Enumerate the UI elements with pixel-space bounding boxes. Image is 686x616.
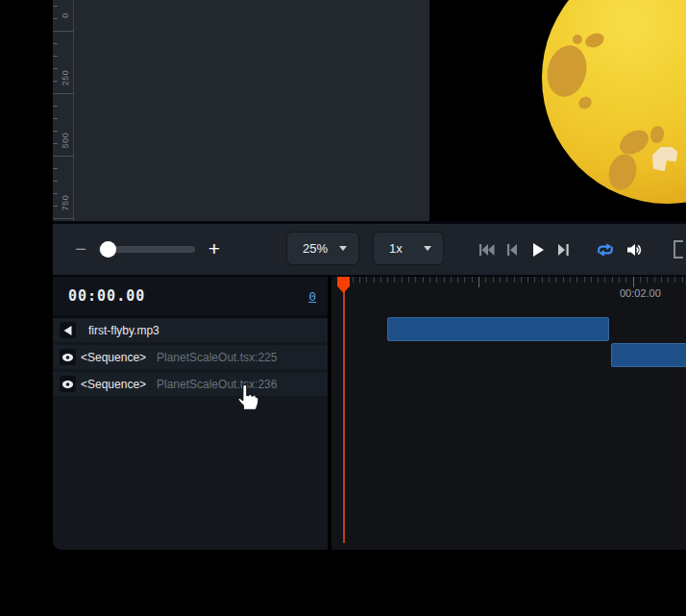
ruler-major-line: [53, 218, 73, 219]
previous-frame-icon: [506, 243, 518, 257]
timeline-minor-tick: [598, 277, 599, 283]
zoom-in-button[interactable]: +: [203, 236, 226, 261]
timeline-minor-tick: [506, 277, 507, 283]
timeline-minor-tick: [394, 277, 395, 283]
zoom-level-select[interactable]: 25%: [286, 232, 359, 265]
hand-pointer-cursor: [235, 383, 259, 411]
timeline-minor-tick: [514, 277, 515, 283]
timeline-lanes[interactable]: 00:02.00: [331, 277, 686, 550]
timeline-minor-tick: [521, 277, 522, 283]
ruler-minor-tick: [53, 106, 58, 107]
timeline-minor-tick: [408, 277, 409, 283]
preview-canvas: 0250500750: [53, 0, 686, 221]
timeline-minor-tick: [654, 277, 655, 283]
playhead-line: [343, 277, 345, 543]
timeline-minor-tick: [493, 277, 494, 283]
remotion-studio-window: 0250500750: [53, 0, 686, 550]
timeline-header: 00:00.00 0: [53, 277, 328, 315]
timeline-minor-tick: [619, 277, 620, 283]
timeline-minor-tick: [591, 277, 592, 283]
zoom-out-button[interactable]: −: [70, 237, 91, 260]
ruler-major-line: [53, 93, 73, 94]
next-frame-button[interactable]: [556, 224, 571, 275]
skip-to-start-icon: [478, 243, 495, 257]
timeline-minor-tick: [423, 277, 424, 283]
skip-to-start-button[interactable]: [477, 224, 496, 275]
planet-image: [429, 0, 686, 221]
timeline-minor-tick: [444, 277, 445, 283]
play-button[interactable]: [530, 224, 546, 275]
timeline-minor-tick: [570, 277, 571, 283]
timeline-minor-tick: [612, 277, 613, 283]
timeline-minor-tick: [647, 277, 648, 283]
timeline-minor-tick: [563, 277, 564, 283]
timeline-minor-tick: [429, 277, 430, 283]
timeline-minor-tick: [527, 277, 528, 283]
sequence-bar[interactable]: [611, 343, 686, 367]
chevron-down-icon: [339, 246, 347, 251]
timeline-minor-tick: [534, 277, 535, 283]
timeline-track-panel: 00:00.00 0 first-flyby.mp3: [53, 277, 328, 550]
zoom-slider-thumb[interactable]: [100, 241, 116, 258]
timeline-minor-tick: [668, 277, 669, 283]
mute-toggle[interactable]: [60, 322, 76, 338]
ruler-major-line: [53, 31, 73, 32]
playback-rate-select[interactable]: 1x: [373, 232, 444, 265]
timeline-minor-tick: [366, 277, 367, 283]
video-preview: [429, 0, 686, 221]
timeline-minor-tick: [640, 277, 641, 283]
timeline-minor-tick: [500, 277, 501, 283]
vertical-ruler: 0250500750: [53, 0, 74, 221]
visibility-toggle[interactable]: [60, 376, 76, 392]
volume-button[interactable]: [625, 224, 645, 275]
play-icon: [531, 242, 545, 258]
track-label: <Sequence>: [81, 351, 146, 364]
timeline-section: 00:00.00 0 first-flyby.mp3: [53, 277, 686, 550]
ruler-label: 0: [58, 2, 73, 29]
timeline-minor-tick: [374, 277, 375, 283]
timeline-minor-tick: [436, 277, 437, 283]
timeline-minor-tick: [353, 277, 354, 283]
visibility-toggle[interactable]: [60, 349, 76, 365]
playhead-marker[interactable]: [337, 277, 350, 293]
speaker-icon: [62, 325, 73, 336]
timeline-minor-tick: [387, 277, 388, 283]
eye-icon: [61, 380, 74, 389]
ruler-minor-tick: [53, 43, 58, 44]
frame-link[interactable]: 0: [308, 277, 316, 315]
ruler-minor-tick: [53, 56, 58, 57]
timeline-minor-tick: [402, 277, 403, 283]
timeline-minor-tick: [576, 277, 577, 283]
zoom-level-value: 25%: [303, 241, 328, 256]
timeline-minor-tick: [380, 277, 381, 283]
timeline-minor-tick: [555, 277, 556, 283]
timeline-minor-tick: [584, 277, 585, 283]
timeline-minor-tick: [415, 277, 416, 283]
ruler-label: 500: [58, 127, 73, 154]
track-row-sequence-1[interactable]: <Sequence> PlanetScaleOut.tsx:225: [53, 345, 328, 369]
next-frame-icon: [557, 243, 570, 257]
loop-icon: [596, 242, 615, 258]
ruler-minor-tick: [53, 118, 58, 119]
track-label: first-flyby.mp3: [88, 324, 159, 337]
track-label: <Sequence>: [81, 378, 146, 391]
timeline-minor-tick: [661, 277, 662, 283]
track-row-sequence-2[interactable]: <Sequence> PlanetScaleOut.tsx:236: [53, 372, 328, 396]
timeline-minor-tick: [625, 277, 626, 283]
chevron-down-icon: [424, 246, 431, 251]
sequence-bar[interactable]: [387, 317, 609, 341]
volume-icon: [626, 242, 644, 258]
timeline-major-tick: [478, 277, 479, 287]
previous-frame-button[interactable]: [505, 224, 519, 275]
timeline-minor-tick: [472, 277, 473, 283]
fullscreen-button[interactable]: [673, 224, 684, 275]
loop-button[interactable]: [595, 224, 616, 275]
fullscreen-bracket-icon: [674, 240, 683, 259]
playback-rate-value: 1x: [389, 241, 403, 256]
timeline-minor-tick: [359, 277, 360, 283]
ruler-label: 750: [58, 189, 73, 216]
ruler-time-label: 00:02.00: [620, 287, 661, 299]
track-row-audio[interactable]: first-flyby.mp3: [53, 318, 328, 342]
ruler-minor-tick: [53, 168, 58, 169]
track-source: PlanetScaleOut.tsx:225: [157, 351, 277, 364]
